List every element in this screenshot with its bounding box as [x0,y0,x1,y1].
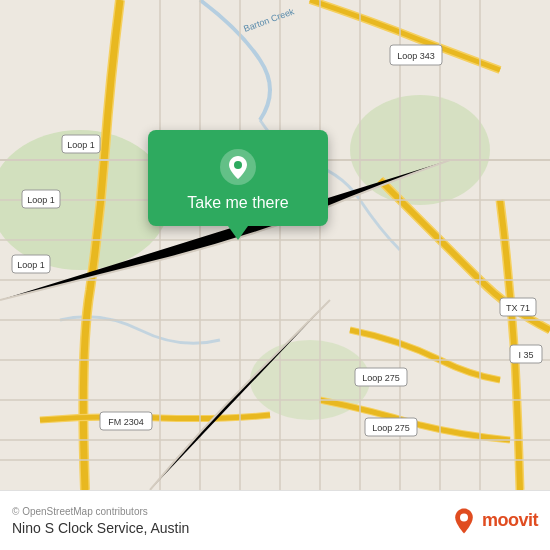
take-me-there-button[interactable]: Take me there [187,194,288,212]
svg-point-43 [460,513,468,521]
map-container: Loop 343 Loop 1 Loop 1 Loop 1 TX 71 I 35… [0,0,550,490]
svg-text:Loop 275: Loop 275 [372,423,410,433]
svg-text:Loop 1: Loop 1 [27,195,55,205]
moovit-logo: moovit [450,507,538,535]
navigation-tooltip[interactable]: Take me there [148,130,328,226]
location-name: Nino S Clock Service, Austin [12,520,189,536]
svg-text:Loop 275: Loop 275 [362,373,400,383]
svg-text:TX 71: TX 71 [506,303,530,313]
svg-text:Loop 1: Loop 1 [67,140,95,150]
svg-text:Loop 1: Loop 1 [17,260,45,270]
moovit-brand-text: moovit [482,510,538,531]
copyright-text: © OpenStreetMap contributors [12,506,189,517]
location-pin-icon [219,148,257,186]
svg-point-42 [234,161,242,169]
location-info: © OpenStreetMap contributors Nino S Cloc… [12,506,189,536]
bottom-bar: © OpenStreetMap contributors Nino S Cloc… [0,490,550,550]
svg-text:FM 2304: FM 2304 [108,417,144,427]
map-background: Loop 343 Loop 1 Loop 1 Loop 1 TX 71 I 35… [0,0,550,490]
svg-text:Loop 343: Loop 343 [397,51,435,61]
moovit-pin-icon [450,507,478,535]
svg-text:I 35: I 35 [518,350,533,360]
